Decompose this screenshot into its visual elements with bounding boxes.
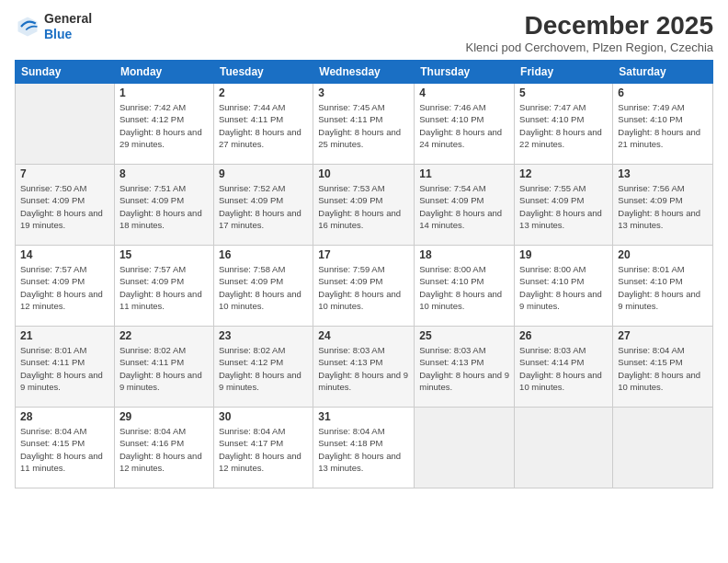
day-cell: 10Sunrise: 7:53 AMSunset: 4:09 PMDayligh… bbox=[313, 165, 415, 246]
day-info: Sunrise: 8:04 AMSunset: 4:15 PMDaylight:… bbox=[618, 344, 708, 393]
day-number: 29 bbox=[119, 410, 209, 423]
day-cell bbox=[415, 408, 515, 488]
day-number: 31 bbox=[318, 410, 409, 423]
day-number: 13 bbox=[618, 167, 708, 180]
location: Klenci pod Cerchovem, Plzen Region, Czec… bbox=[465, 40, 713, 54]
day-cell: 3Sunrise: 7:45 AMSunset: 4:11 PMDaylight… bbox=[313, 84, 415, 165]
day-number: 25 bbox=[419, 329, 509, 342]
day-cell: 22Sunrise: 8:02 AMSunset: 4:11 PMDayligh… bbox=[114, 327, 213, 408]
day-info: Sunrise: 8:02 AMSunset: 4:11 PMDaylight:… bbox=[119, 344, 209, 393]
day-number: 16 bbox=[219, 248, 308, 261]
day-info: Sunrise: 8:03 AMSunset: 4:13 PMDaylight:… bbox=[419, 344, 509, 393]
day-cell: 16Sunrise: 7:58 AMSunset: 4:09 PMDayligh… bbox=[213, 246, 313, 327]
day-info: Sunrise: 8:03 AMSunset: 4:14 PMDaylight:… bbox=[519, 344, 608, 393]
day-cell bbox=[515, 408, 613, 488]
day-cell: 11Sunrise: 7:54 AMSunset: 4:09 PMDayligh… bbox=[415, 165, 515, 246]
day-number: 20 bbox=[618, 248, 708, 261]
week-row-5: 28Sunrise: 8:04 AMSunset: 4:15 PMDayligh… bbox=[16, 408, 713, 488]
day-info: Sunrise: 7:57 AMSunset: 4:09 PMDaylight:… bbox=[20, 263, 109, 312]
day-number: 27 bbox=[618, 329, 708, 342]
day-info: Sunrise: 7:44 AMSunset: 4:11 PMDaylight:… bbox=[219, 101, 308, 150]
day-number: 18 bbox=[419, 248, 509, 261]
day-info: Sunrise: 8:00 AMSunset: 4:10 PMDaylight:… bbox=[419, 263, 509, 312]
title-block: December 2025 Klenci pod Cerchovem, Plze… bbox=[465, 11, 713, 54]
header-wednesday: Wednesday bbox=[313, 61, 415, 84]
day-cell bbox=[613, 408, 713, 488]
header-thursday: Thursday bbox=[415, 61, 515, 84]
day-cell: 25Sunrise: 8:03 AMSunset: 4:13 PMDayligh… bbox=[415, 327, 515, 408]
day-cell: 29Sunrise: 8:04 AMSunset: 4:16 PMDayligh… bbox=[114, 408, 213, 488]
day-cell: 7Sunrise: 7:50 AMSunset: 4:09 PMDaylight… bbox=[16, 165, 115, 246]
week-row-4: 21Sunrise: 8:01 AMSunset: 4:11 PMDayligh… bbox=[16, 327, 713, 408]
day-info: Sunrise: 7:46 AMSunset: 4:10 PMDaylight:… bbox=[419, 101, 509, 150]
day-info: Sunrise: 7:45 AMSunset: 4:11 PMDaylight:… bbox=[318, 101, 409, 150]
day-cell: 24Sunrise: 8:03 AMSunset: 4:13 PMDayligh… bbox=[313, 327, 415, 408]
day-cell: 26Sunrise: 8:03 AMSunset: 4:14 PMDayligh… bbox=[515, 327, 613, 408]
day-info: Sunrise: 8:04 AMSunset: 4:18 PMDaylight:… bbox=[318, 425, 409, 474]
day-number: 12 bbox=[519, 167, 608, 180]
logo-general: General bbox=[44, 11, 92, 27]
day-number: 28 bbox=[20, 410, 109, 423]
day-number: 10 bbox=[318, 167, 409, 180]
day-info: Sunrise: 7:56 AMSunset: 4:09 PMDaylight:… bbox=[618, 182, 708, 231]
day-info: Sunrise: 7:57 AMSunset: 4:09 PMDaylight:… bbox=[119, 263, 209, 312]
day-cell: 28Sunrise: 8:04 AMSunset: 4:15 PMDayligh… bbox=[16, 408, 115, 488]
weekday-header-row: Sunday Monday Tuesday Wednesday Thursday… bbox=[16, 61, 713, 84]
day-info: Sunrise: 7:51 AMSunset: 4:09 PMDaylight:… bbox=[119, 182, 209, 231]
day-cell: 17Sunrise: 7:59 AMSunset: 4:09 PMDayligh… bbox=[313, 246, 415, 327]
day-number: 15 bbox=[119, 248, 209, 261]
header-tuesday: Tuesday bbox=[213, 61, 313, 84]
day-cell: 15Sunrise: 7:57 AMSunset: 4:09 PMDayligh… bbox=[114, 246, 213, 327]
day-info: Sunrise: 7:55 AMSunset: 4:09 PMDaylight:… bbox=[519, 182, 608, 231]
day-cell: 23Sunrise: 8:02 AMSunset: 4:12 PMDayligh… bbox=[213, 327, 313, 408]
day-info: Sunrise: 8:01 AMSunset: 4:11 PMDaylight:… bbox=[20, 344, 109, 393]
day-info: Sunrise: 8:04 AMSunset: 4:17 PMDaylight:… bbox=[219, 425, 308, 474]
day-number: 11 bbox=[419, 167, 509, 180]
day-cell: 4Sunrise: 7:46 AMSunset: 4:10 PMDaylight… bbox=[415, 84, 515, 165]
day-number: 5 bbox=[519, 86, 608, 99]
day-info: Sunrise: 7:53 AMSunset: 4:09 PMDaylight:… bbox=[318, 182, 409, 231]
day-cell: 12Sunrise: 7:55 AMSunset: 4:09 PMDayligh… bbox=[515, 165, 613, 246]
logo-icon bbox=[15, 14, 40, 40]
week-row-3: 14Sunrise: 7:57 AMSunset: 4:09 PMDayligh… bbox=[16, 246, 713, 327]
header-saturday: Saturday bbox=[613, 61, 713, 84]
day-number: 30 bbox=[219, 410, 308, 423]
day-info: Sunrise: 7:54 AMSunset: 4:09 PMDaylight:… bbox=[419, 182, 509, 231]
day-number: 9 bbox=[219, 167, 308, 180]
day-cell: 19Sunrise: 8:00 AMSunset: 4:10 PMDayligh… bbox=[515, 246, 613, 327]
day-cell: 30Sunrise: 8:04 AMSunset: 4:17 PMDayligh… bbox=[213, 408, 313, 488]
day-cell: 27Sunrise: 8:04 AMSunset: 4:15 PMDayligh… bbox=[613, 327, 713, 408]
week-row-2: 7Sunrise: 7:50 AMSunset: 4:09 PMDaylight… bbox=[16, 165, 713, 246]
day-info: Sunrise: 8:01 AMSunset: 4:10 PMDaylight:… bbox=[618, 263, 708, 312]
day-cell: 13Sunrise: 7:56 AMSunset: 4:09 PMDayligh… bbox=[613, 165, 713, 246]
day-number: 19 bbox=[519, 248, 608, 261]
day-number: 3 bbox=[318, 86, 409, 99]
day-number: 24 bbox=[318, 329, 409, 342]
day-number: 22 bbox=[119, 329, 209, 342]
day-number: 2 bbox=[219, 86, 308, 99]
day-info: Sunrise: 7:52 AMSunset: 4:09 PMDaylight:… bbox=[219, 182, 308, 231]
day-number: 14 bbox=[20, 248, 109, 261]
day-number: 7 bbox=[20, 167, 109, 180]
day-cell: 1Sunrise: 7:42 AMSunset: 4:12 PMDaylight… bbox=[114, 84, 213, 165]
day-info: Sunrise: 7:42 AMSunset: 4:12 PMDaylight:… bbox=[119, 101, 209, 150]
header-friday: Friday bbox=[515, 61, 613, 84]
day-cell: 31Sunrise: 8:04 AMSunset: 4:18 PMDayligh… bbox=[313, 408, 415, 488]
day-number: 4 bbox=[419, 86, 509, 99]
day-cell: 20Sunrise: 8:01 AMSunset: 4:10 PMDayligh… bbox=[613, 246, 713, 327]
day-info: Sunrise: 7:59 AMSunset: 4:09 PMDaylight:… bbox=[318, 263, 409, 312]
header-sunday: Sunday bbox=[16, 61, 115, 84]
logo-text: General Blue bbox=[44, 11, 92, 42]
day-number: 6 bbox=[618, 86, 708, 99]
day-info: Sunrise: 8:04 AMSunset: 4:15 PMDaylight:… bbox=[20, 425, 109, 474]
day-info: Sunrise: 8:04 AMSunset: 4:16 PMDaylight:… bbox=[119, 425, 209, 474]
day-info: Sunrise: 7:50 AMSunset: 4:09 PMDaylight:… bbox=[20, 182, 109, 231]
day-info: Sunrise: 7:49 AMSunset: 4:10 PMDaylight:… bbox=[618, 101, 708, 150]
day-cell: 8Sunrise: 7:51 AMSunset: 4:09 PMDaylight… bbox=[114, 165, 213, 246]
day-number: 23 bbox=[219, 329, 308, 342]
day-info: Sunrise: 8:03 AMSunset: 4:13 PMDaylight:… bbox=[318, 344, 409, 393]
day-info: Sunrise: 7:47 AMSunset: 4:10 PMDaylight:… bbox=[519, 101, 608, 150]
logo: General Blue bbox=[15, 11, 92, 42]
day-cell: 9Sunrise: 7:52 AMSunset: 4:09 PMDaylight… bbox=[213, 165, 313, 246]
week-row-1: 1Sunrise: 7:42 AMSunset: 4:12 PMDaylight… bbox=[16, 84, 713, 165]
